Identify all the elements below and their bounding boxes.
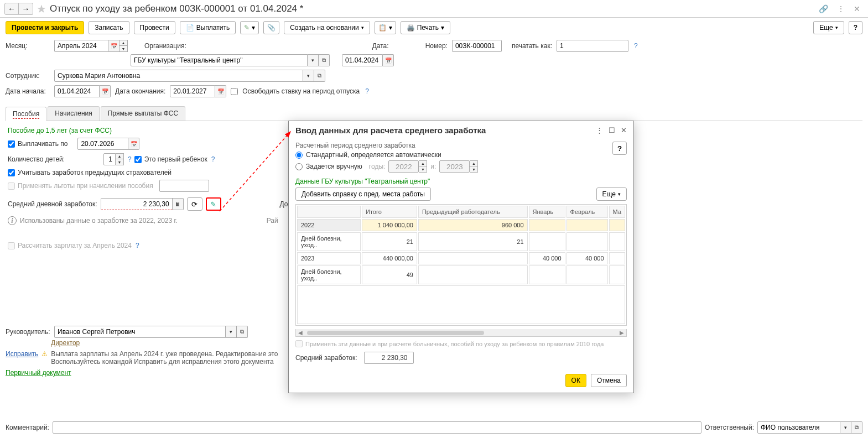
nav-forward[interactable]: → (19, 3, 33, 15)
dropdown-icon[interactable] (226, 326, 237, 338)
copy-button[interactable]: 📋 ▾ (375, 21, 396, 34)
modal-close-icon[interactable]: ✕ (621, 126, 627, 134)
calendar-icon[interactable]: 📅 (128, 138, 139, 150)
dropdown-icon[interactable] (308, 54, 319, 66)
pay-until-date-input[interactable] (77, 138, 128, 150)
table-scrollbar[interactable]: ◀ ▶ (295, 329, 627, 337)
row-label[interactable]: 2022 (297, 219, 361, 231)
help-icon[interactable]: ? (128, 155, 132, 163)
menu-icon[interactable]: ⋮ (834, 3, 848, 14)
tab-fss[interactable]: Прямые выплаты ФСС (101, 106, 185, 121)
employee-input[interactable] (54, 70, 303, 82)
prev-insurers-checkbox[interactable] (8, 169, 15, 176)
month-up-icon[interactable]: ▲ (119, 40, 127, 46)
save-button[interactable]: Записать (89, 21, 129, 34)
pay-until-label: Выплачивать по (18, 140, 67, 148)
calendar-icon[interactable]: 📅 (383, 54, 394, 66)
refresh-button[interactable]: ⟳ (187, 197, 202, 211)
row-label[interactable]: 2023 (297, 252, 361, 264)
print-as-input[interactable] (557, 40, 628, 52)
row-label[interactable]: Дней болезни, уход.. (297, 232, 361, 251)
org-label: Организация: (144, 42, 186, 50)
fix-link[interactable]: Исправить (6, 350, 38, 358)
modal-maximize-icon[interactable]: ☐ (609, 126, 615, 134)
attach-button[interactable]: 📎 (263, 21, 279, 34)
pay-until-checkbox[interactable] (8, 140, 15, 148)
org-input[interactable] (131, 54, 308, 66)
warning-text: Выплата зарплаты за Апрель 2024 г. уже п… (51, 350, 278, 366)
favorite-star-icon[interactable]: ★ (37, 2, 46, 15)
modal-help-button[interactable]: ? (612, 142, 627, 155)
dropdown-icon[interactable] (303, 70, 314, 82)
tab-benefits[interactable]: Пособия (6, 107, 46, 121)
edit-avg-button[interactable]: ✎ (206, 197, 221, 211)
modal-avg-label: Средний заработок: (295, 354, 357, 362)
open-icon[interactable] (314, 70, 325, 82)
tabs: Пособия Начисления Прямые выплаты ФСС (6, 106, 862, 121)
start-date-input[interactable] (54, 85, 100, 97)
comment-input[interactable] (53, 421, 701, 434)
print-button[interactable]: 🖨️ Печать ▾ (401, 21, 450, 34)
month-input[interactable] (54, 40, 108, 52)
calendar-icon[interactable]: 📅 (108, 40, 119, 52)
modal-title: Ввод данных для расчета среднего заработ… (295, 126, 486, 135)
submit-close-button[interactable]: Провести и закрыть (6, 21, 84, 34)
children-down-icon[interactable]: ▼ (116, 159, 123, 165)
children-count-input[interactable] (103, 153, 116, 165)
row-label[interactable]: Дней болезни, уход.. (297, 265, 361, 284)
free-rate-label: Освободить ставку на период отпуска (242, 87, 360, 95)
primary-doc-link[interactable]: Первичный документ (6, 369, 71, 377)
first-child-checkbox[interactable] (134, 156, 142, 163)
year1-input (388, 160, 419, 173)
dropdown-icon[interactable] (840, 421, 851, 434)
cancel-button[interactable]: Отмена (591, 374, 627, 387)
modal-avg-value: 2 230,30 (364, 352, 414, 364)
help-icon[interactable]: ? (136, 242, 139, 249)
window-header: ← → ★ Отпуск по уходу за ребенком 00ЗК-0… (0, 0, 868, 18)
responsible-input[interactable] (757, 421, 840, 434)
manager-position-link[interactable]: Директор (51, 339, 80, 347)
free-rate-checkbox[interactable] (231, 88, 238, 95)
ok-button[interactable]: ОК (565, 374, 586, 387)
help-icon[interactable]: ? (211, 155, 215, 163)
end-date-input[interactable] (170, 85, 215, 97)
children-up-icon[interactable]: ▲ (116, 154, 123, 159)
month-down-icon[interactable]: ▼ (119, 46, 127, 51)
number-input[interactable] (452, 40, 502, 52)
open-icon[interactable] (851, 421, 862, 434)
highlight-button[interactable]: ✎ ▾ (240, 21, 259, 34)
start-date-label: Дата начала: (6, 87, 50, 95)
period-manual-label: Задается вручную (306, 163, 362, 170)
calendar-icon[interactable]: 📅 (215, 85, 226, 97)
calc-icon[interactable]: 🖩 (173, 198, 184, 210)
open-icon[interactable] (237, 326, 248, 338)
manager-input[interactable] (54, 326, 226, 338)
nav-back[interactable]: ← (4, 3, 19, 15)
children-count-label: Количество детей: (8, 155, 101, 163)
tab-accruals[interactable]: Начисления (48, 106, 100, 121)
help-icon[interactable]: ? (365, 87, 369, 95)
avg-daily-input[interactable] (101, 198, 173, 210)
print-as-label: печатать как: (512, 42, 552, 50)
add-certificate-button[interactable]: Добавить справку с пред. места работы (295, 187, 431, 201)
col-prev: Предыдущий работодатель (418, 206, 528, 218)
create-from-button[interactable]: Создать на основании (284, 21, 370, 34)
help-icon[interactable]: ? (634, 42, 638, 50)
period-auto-radio[interactable] (295, 152, 303, 159)
open-icon[interactable] (319, 54, 330, 66)
submit-button[interactable]: Провести (134, 21, 175, 34)
years-label: годы: (369, 163, 385, 170)
help-button[interactable]: ? (849, 21, 862, 34)
period-manual-radio[interactable] (295, 163, 303, 170)
link-icon[interactable]: 🔗 (815, 3, 831, 14)
more-button[interactable]: Еще (813, 21, 844, 34)
close-window-icon[interactable]: ✕ (850, 3, 864, 14)
col-mar: Ма (609, 206, 625, 218)
date-input[interactable] (342, 54, 383, 66)
pay-button[interactable]: 📄 Выплатить (180, 21, 236, 34)
modal-menu-icon[interactable]: ⋮ (596, 126, 603, 134)
month-label: Месяц: (6, 42, 50, 50)
end-date-label: Дата окончания: (115, 87, 165, 95)
calendar-icon[interactable]: 📅 (100, 85, 111, 97)
modal-more-button[interactable]: Еще (596, 187, 627, 201)
